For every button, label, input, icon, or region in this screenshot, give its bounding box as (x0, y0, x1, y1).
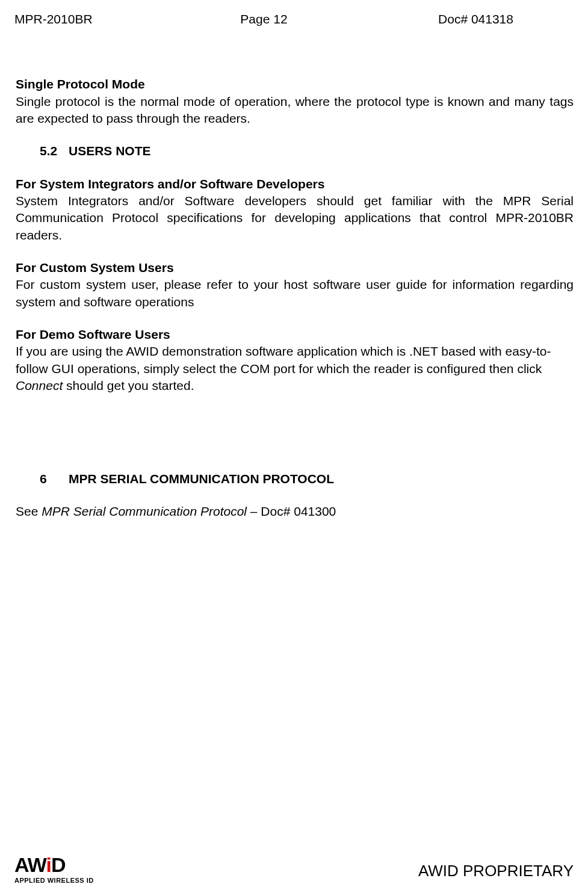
footer-proprietary: AWID PROPRIETARY (418, 860, 574, 885)
paragraph-demo-software-users: If you are using the AWID demonstration … (16, 343, 574, 394)
demo-text-post: should get you started. (63, 378, 194, 392)
header-model: MPR-2010BR (14, 11, 181, 28)
paragraph-single-protocol: Single protocol is the normal mode of op… (16, 93, 574, 128)
logo-pre: AW (14, 853, 46, 876)
paragraph-system-integrators: System Integrators and/or Software devel… (16, 193, 574, 244)
section-title: USERS NOTE (69, 144, 151, 158)
see-text-post: – Doc# 041300 (247, 504, 336, 518)
heading-demo-software-users: For Demo Software Users (16, 326, 574, 343)
document-body: Single Protocol Mode Single protocol is … (14, 76, 574, 520)
logo-subtitle: APPLIED WIRELESS ID (14, 876, 94, 885)
logo-i-icon: i (46, 853, 51, 876)
see-text-pre: See (16, 504, 42, 518)
paragraph-see-reference: See MPR Serial Communication Protocol – … (16, 503, 574, 520)
section-number: 5.2 (40, 143, 69, 159)
heading-system-integrators: For System Integrators and/or Software D… (16, 176, 574, 193)
page-footer: AWiD APPLIED WIRELESS ID AWID PROPRIETAR… (14, 854, 574, 885)
awid-logo: AWiD APPLIED WIRELESS ID (14, 854, 94, 885)
page-header: MPR-2010BR Page 12 Doc# 041318 (14, 11, 574, 28)
paragraph-custom-system-users: For custom system user, please refer to … (16, 276, 574, 311)
section-6-heading: 6MPR SERIAL COMMUNICATION PROTOCOL (40, 471, 574, 487)
heading-custom-system-users: For Custom System Users (16, 259, 574, 276)
demo-text-connect: Connect (16, 378, 63, 392)
see-text-italic: MPR Serial Communication Protocol (42, 504, 247, 518)
section-5-2-heading: 5.2USERS NOTE (40, 143, 574, 159)
section-title: MPR SERIAL COMMUNICATION PROTOCOL (69, 472, 334, 486)
section-number: 6 (40, 471, 69, 487)
logo-text: AWiD (14, 854, 66, 875)
logo-post: D (51, 853, 66, 876)
heading-single-protocol-mode: Single Protocol Mode (16, 76, 574, 93)
header-doc: Doc# 041318 (347, 11, 574, 28)
demo-text-pre: If you are using the AWID demonstration … (16, 344, 551, 375)
header-page: Page 12 (181, 11, 347, 28)
